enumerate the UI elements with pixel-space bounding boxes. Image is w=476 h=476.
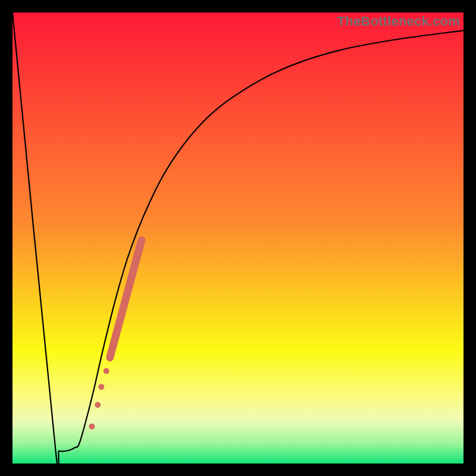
gradient-background <box>12 12 464 464</box>
watermark-text: TheBottleneck.com <box>337 14 460 29</box>
marker-dot <box>89 424 95 430</box>
marker-dot <box>95 402 101 408</box>
marker-dot <box>104 368 109 374</box>
plot-area: TheBottleneck.com <box>12 12 464 464</box>
bottleneck-chart-svg <box>12 12 464 464</box>
marker-dot <box>98 384 104 390</box>
chart-frame: TheBottleneck.com <box>0 0 476 476</box>
